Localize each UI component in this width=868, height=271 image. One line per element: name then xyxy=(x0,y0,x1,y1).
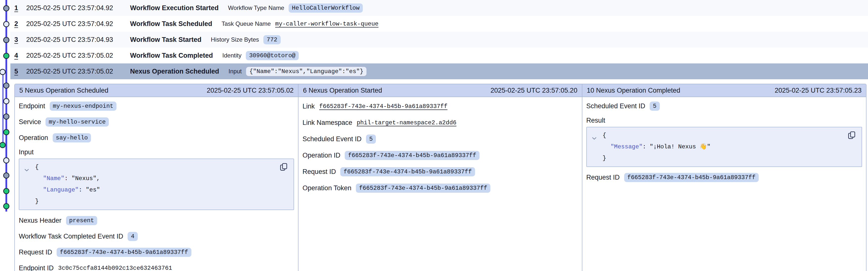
operation-token-badge: f665283f-743e-4374-b45b-9a61a89337ff xyxy=(356,184,490,193)
nexus-header-value-badge: present xyxy=(66,216,97,225)
task-queue-link[interactable]: my-caller-workflow-task-queue xyxy=(275,21,379,27)
event-row-3[interactable]: 3 2025-02-25 UTC 23:57:04.93 Workflow Ta… xyxy=(10,32,868,48)
endpoint-id-link[interactable]: 3c0c75ccfa8144b092c13ce632463761 xyxy=(58,265,172,271)
event-id-link[interactable]: 3 xyxy=(14,36,18,44)
link-namespace-link[interactable]: phil-target-namespace2.a2dd6 xyxy=(356,119,456,126)
event-detail-label: History Size Bytes xyxy=(211,36,259,43)
timeline-event-dot-13[interactable] xyxy=(3,188,9,194)
timeline-event-dot-6[interactable] xyxy=(3,82,9,89)
event-id-link[interactable]: 1 xyxy=(14,4,18,12)
event-row-2[interactable]: 2 2025-02-25 UTC 23:57:04.92 Workflow Ta… xyxy=(10,16,868,32)
panel-title: 5 Nexus Operation Scheduled xyxy=(19,87,108,94)
scheduled-event-id-badge: 5 xyxy=(650,102,659,111)
event-name: Workflow Task Scheduled xyxy=(130,20,212,28)
event-group-detail-panels: 5 Nexus Operation Scheduled 2025-02-25 U… xyxy=(14,84,867,271)
timeline-main-line xyxy=(5,0,7,212)
request-id-badge: f665283f-743e-4374-b45b-9a61a89337ff xyxy=(57,248,191,257)
event-time: 2025-02-25 UTC 23:57:04.92 xyxy=(26,20,113,28)
event-detail-label: Task Queue Name xyxy=(222,20,271,27)
timeline-event-dot-1[interactable] xyxy=(3,5,9,11)
event-id-link[interactable]: 4 xyxy=(14,52,18,59)
event-time: 2025-02-25 UTC 23:57:05.02 xyxy=(26,52,113,59)
timeline-event-dot-10[interactable] xyxy=(0,142,6,148)
event-name: Workflow Execution Started xyxy=(130,4,219,12)
timeline-event-dot-2[interactable] xyxy=(3,21,9,27)
link-label: Link xyxy=(303,103,315,110)
panel-nexus-operation-completed: 10 Nexus Operation Completed 2025-02-25 … xyxy=(582,84,866,271)
timeline-event-dot-14[interactable] xyxy=(3,203,9,209)
operation-value-badge: say-hello xyxy=(53,133,91,142)
timeline-event-dot-12[interactable] xyxy=(3,172,9,179)
copy-icon[interactable] xyxy=(848,131,856,140)
request-id-label: Request ID xyxy=(303,168,336,175)
panel-title: 6 Nexus Operation Started xyxy=(303,87,382,94)
link-namespace-label: Link Namespace xyxy=(303,119,352,127)
panel-nexus-operation-scheduled: 5 Nexus Operation Scheduled 2025-02-25 U… xyxy=(15,84,299,271)
collapse-chevron-icon[interactable] xyxy=(592,133,597,144)
event-detail-value-badge: {"Name":"Nexus","Language":"es"} xyxy=(246,67,367,76)
timeline-event-dot-4[interactable] xyxy=(3,53,9,59)
event-row-1[interactable]: 1 2025-02-25 UTC 23:57:04.92 Workflow Ex… xyxy=(10,0,868,16)
request-id-label: Request ID xyxy=(586,174,620,181)
copy-icon[interactable] xyxy=(280,163,288,172)
nexus-header-label: Nexus Header xyxy=(19,217,62,224)
timeline-event-dot-3[interactable] xyxy=(3,37,9,43)
panel-header: 6 Nexus Operation Started 2025-02-25 UTC… xyxy=(299,84,582,97)
service-value-badge: my-hello-service xyxy=(45,117,109,127)
scheduled-event-id-label: Scheduled Event ID xyxy=(586,102,645,110)
event-detail-value-badge: 30960@totoro@ xyxy=(246,51,299,60)
timeline-event-dot-8[interactable] xyxy=(3,113,9,120)
endpoint-value-badge: my-nexus-endpoint xyxy=(50,102,117,111)
json-open-brace: { xyxy=(603,130,839,141)
event-name: Workflow Task Completed xyxy=(130,52,213,59)
event-timeline-gutter xyxy=(0,0,14,271)
request-id-label: Request ID xyxy=(19,248,52,256)
wtc-event-id-badge: 4 xyxy=(128,232,137,241)
json-close-brace: } xyxy=(603,153,839,164)
operation-id-badge: f665283f-743e-4374-b45b-9a61a89337ff xyxy=(345,151,479,160)
result-label: Result xyxy=(586,117,606,124)
scheduled-event-id-badge: 5 xyxy=(366,135,376,144)
event-row-4[interactable]: 4 2025-02-25 UTC 23:57:05.02 Workflow Ta… xyxy=(10,48,868,63)
timeline-event-dot-9[interactable] xyxy=(3,129,9,135)
endpoint-label: Endpoint xyxy=(19,102,45,110)
request-id-badge: f665283f-743e-4374-b45b-9a61a89337ff xyxy=(624,173,759,182)
panel-nexus-operation-started: 6 Nexus Operation Started 2025-02-25 UTC… xyxy=(299,84,582,271)
event-detail-label: Identity xyxy=(222,52,241,59)
event-detail-value-badge: 772 xyxy=(264,35,280,44)
timeline-branch-line xyxy=(2,72,3,145)
timeline-event-dot-11[interactable] xyxy=(3,157,9,163)
json-open-brace: { xyxy=(35,162,271,173)
timeline-event-dot-5[interactable] xyxy=(0,69,6,75)
panel-title: 10 Nexus Operation Completed xyxy=(587,87,680,94)
panel-timestamp: 2025-02-25 UTC 23:57:05.23 xyxy=(775,87,862,94)
scheduled-event-id-label: Scheduled Event ID xyxy=(303,135,362,143)
panel-timestamp: 2025-02-25 UTC 23:57:05.02 xyxy=(207,87,293,94)
result-json-viewer: { "Message": "¡Hola! Nexus 👋" } xyxy=(586,127,862,167)
event-name: Workflow Task Started xyxy=(130,36,202,44)
event-id-link[interactable]: 5 xyxy=(14,67,18,75)
event-row-5-selected[interactable]: 5 2025-02-25 UTC 23:57:05.02 Nexus Opera… xyxy=(10,63,868,79)
input-label: Input xyxy=(19,148,34,156)
link-value-link[interactable]: f665283f-743e-4374-b45b-9a61a89337ff xyxy=(319,103,447,110)
endpoint-id-label: Endpoint ID xyxy=(19,264,54,271)
panel-header: 10 Nexus Operation Completed 2025-02-25 … xyxy=(582,84,866,97)
event-time: 2025-02-25 UTC 23:57:05.02 xyxy=(26,67,113,75)
event-detail-label: Input xyxy=(228,68,242,75)
json-line: "Language": "es" xyxy=(35,184,271,196)
event-time: 2025-02-25 UTC 23:57:04.93 xyxy=(26,36,113,44)
panel-header: 5 Nexus Operation Scheduled 2025-02-25 U… xyxy=(15,84,298,97)
json-line: "Message": "¡Hola! Nexus 👋" xyxy=(603,141,839,153)
collapse-chevron-icon[interactable] xyxy=(24,164,29,176)
json-close-brace: } xyxy=(35,196,271,207)
operation-token-label: Operation Token xyxy=(303,184,351,192)
json-line: "Name": "Nexus", xyxy=(35,173,271,184)
event-detail-value-badge: HelloCallerWorkflow xyxy=(288,3,363,12)
request-id-badge: f665283f-743e-4374-b45b-9a61a89337ff xyxy=(340,167,475,177)
event-time: 2025-02-25 UTC 23:57:04.92 xyxy=(26,4,113,12)
operation-id-label: Operation ID xyxy=(303,152,340,159)
service-label: Service xyxy=(19,118,41,126)
event-id-link[interactable]: 2 xyxy=(14,20,18,28)
wtc-event-id-label: Workflow Task Completed Event ID xyxy=(19,233,123,240)
timeline-event-dot-7[interactable] xyxy=(3,98,9,104)
